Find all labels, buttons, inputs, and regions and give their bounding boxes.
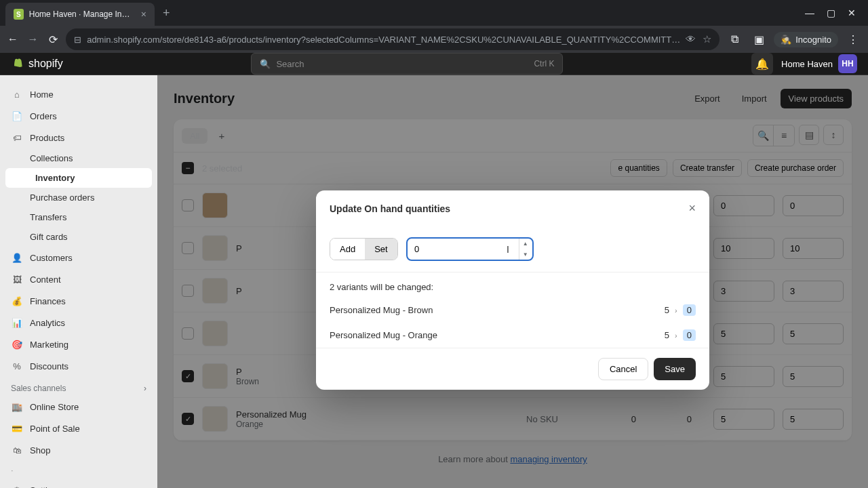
bookmark-icon[interactable]: ☆ — [703, 33, 711, 45]
site-info-icon[interactable]: ⊟ — [74, 35, 81, 45]
incognito-label: Incognito — [795, 35, 831, 45]
from-value: 5 — [665, 305, 669, 315]
browser-chrome: S Home Haven · Manage Invento × + — ▢ ✕ … — [0, 0, 868, 53]
modal-footer: Cancel Save — [316, 348, 709, 390]
search-bar[interactable]: 🔍 Search Ctrl K — [251, 53, 563, 75]
sidebar-item-marketing[interactable]: 🎯Marketing — [0, 333, 157, 355]
spinner-down[interactable]: ▼ — [519, 249, 531, 260]
url-bar[interactable]: ⊟ admin.shopify.com/store/de8143-a6/prod… — [66, 28, 719, 50]
arrow-icon: › — [675, 331, 677, 340]
discounts-icon: % — [11, 360, 23, 372]
sidebar-item-transfers[interactable]: Transfers — [0, 207, 157, 227]
shopify-logo[interactable]: shopify — [11, 57, 63, 70]
set-mode-button[interactable]: Set — [365, 239, 397, 260]
tab-title: Home Haven · Manage Invento — [29, 9, 133, 19]
modal-body: Add Set ▲ ▼ I — [316, 226, 709, 272]
quantity-input[interactable] — [406, 237, 534, 261]
sidebar-bottom: · ⚙Settings — [0, 461, 157, 488]
spinner-up[interactable]: ▲ — [519, 239, 531, 249]
close-window-icon[interactable]: ✕ — [848, 7, 856, 18]
url-actions: 👁 ☆ — [686, 33, 711, 45]
sidebar-divider-dot: · — [0, 461, 157, 479]
text-cursor: I — [507, 244, 509, 255]
sidebar-section-channels: Sales channels› — [0, 377, 157, 396]
sidebar-item-gift-cards[interactable]: Gift cards — [0, 227, 157, 247]
customers-icon: 👤 — [11, 251, 23, 264]
sidebar-item-analytics[interactable]: 📊Analytics — [0, 312, 157, 333]
variant-row: Personalized Mug - Brown 5 › 0 — [316, 298, 709, 323]
gear-icon: ⚙ — [11, 484, 23, 488]
window-controls: — ▢ ✕ — [805, 7, 863, 18]
marketing-icon: 🎯 — [11, 338, 23, 350]
modal-header: Update On hand quantities × — [316, 190, 709, 226]
back-button[interactable]: ← — [5, 30, 20, 49]
close-icon[interactable]: × — [688, 201, 696, 216]
maximize-icon[interactable]: ▢ — [827, 7, 835, 18]
close-icon[interactable]: × — [141, 9, 146, 20]
add-mode-button[interactable]: Add — [330, 239, 365, 260]
sidebar-item-purchase-orders[interactable]: Purchase orders — [0, 188, 157, 207]
save-button[interactable]: Save — [654, 358, 696, 380]
incognito-icon: 🕵 — [781, 35, 791, 45]
search-kbd: Ctrl K — [534, 59, 554, 68]
shopify-logo-icon — [11, 57, 24, 70]
sidebar: ⌂Home 📄Orders 🏷Products Collections Inve… — [0, 75, 157, 488]
sidebar-item-point-of-sale[interactable]: 💳Point of Sale — [0, 418, 157, 439]
tab-bar: S Home Haven · Manage Invento × + — ▢ ✕ — [0, 0, 868, 26]
sidebar-item-inventory[interactable]: Inventory — [5, 168, 152, 188]
finances-icon: 💰 — [11, 295, 23, 307]
to-value: 0 — [683, 329, 696, 341]
mode-toggle: Add Set — [330, 238, 398, 260]
sidebar-item-finances[interactable]: 💰Finances — [0, 290, 157, 312]
main-content: Inventory Export Import View products Al… — [157, 75, 868, 488]
sidebar-item-orders[interactable]: 📄Orders — [0, 105, 157, 127]
store-icon: 🏬 — [11, 401, 23, 413]
sidebar-item-home[interactable]: ⌂Home — [0, 83, 157, 105]
content-icon: 🖼 — [11, 273, 23, 285]
variant-name-label: Personalized Mug - Orange — [330, 330, 665, 340]
cancel-button[interactable]: Cancel — [598, 358, 648, 380]
reload-button[interactable]: ⟳ — [45, 30, 60, 49]
search-placeholder: Search — [276, 59, 304, 69]
chevron-right-icon[interactable]: › — [144, 384, 146, 393]
analytics-icon: 📊 — [11, 317, 23, 329]
sidebar-item-customers[interactable]: 👤Customers — [0, 247, 157, 268]
panel-icon[interactable]: ▣ — [749, 30, 768, 49]
sidebar-item-online-store[interactable]: 🏬Online Store — [0, 396, 157, 418]
browser-tab[interactable]: S Home Haven · Manage Invento × — [5, 3, 155, 26]
sidebar-item-discounts[interactable]: %Discounts — [0, 355, 157, 377]
quantity-spinner: ▲ ▼ — [519, 239, 531, 260]
update-quantities-modal: Update On hand quantities × Add Set ▲ — [316, 190, 709, 390]
forward-button[interactable]: → — [26, 30, 41, 49]
variant-row: Personalized Mug - Orange 5 › 0 — [316, 323, 709, 348]
incognito-badge[interactable]: 🕵 Incognito — [774, 32, 838, 47]
variant-name-label: Personalized Mug - Brown — [330, 305, 665, 315]
modal-title: Update On hand quantities — [330, 203, 450, 214]
menu-icon[interactable]: ⋮ — [844, 30, 863, 49]
sidebar-item-shop[interactable]: 🛍Shop — [0, 439, 157, 461]
store-avatar: HH — [838, 54, 857, 73]
store-menu[interactable]: Home Haven HH — [781, 54, 857, 73]
arrow-icon: › — [675, 306, 677, 314]
shopify-logo-text: shopify — [28, 58, 63, 70]
sidebar-item-collections[interactable]: Collections — [0, 148, 157, 168]
url-text: admin.shopify.com/store/de8143-a6/produc… — [87, 35, 680, 45]
minimize-icon[interactable]: — — [805, 7, 814, 18]
extensions-icon[interactable]: ⧉ — [725, 30, 744, 49]
variant-change: 5 › 0 — [665, 329, 696, 341]
sidebar-item-content[interactable]: 🖼Content — [0, 268, 157, 290]
app-header: shopify 🔍 Search Ctrl K 🔔 Home Haven HH — [0, 53, 868, 75]
eye-off-icon[interactable]: 👁 — [686, 33, 696, 45]
from-value: 5 — [665, 330, 669, 340]
notifications-button[interactable]: 🔔 — [751, 53, 773, 75]
new-tab-button[interactable]: + — [155, 6, 178, 20]
variant-change: 5 › 0 — [665, 304, 696, 316]
nav-bar: ← → ⟳ ⊟ admin.shopify.com/store/de8143-a… — [0, 26, 868, 53]
variants-info: 2 variants will be changed: — [316, 272, 709, 298]
sidebar-item-products[interactable]: 🏷Products — [0, 127, 157, 148]
modal-backdrop[interactable]: Update On hand quantities × Add Set ▲ — [157, 75, 868, 488]
tag-icon: 🏷 — [11, 131, 23, 144]
sidebar-item-settings[interactable]: ⚙Settings — [0, 479, 157, 488]
header-right: 🔔 Home Haven HH — [751, 53, 857, 75]
quantity-input-wrap: ▲ ▼ I — [406, 237, 534, 261]
